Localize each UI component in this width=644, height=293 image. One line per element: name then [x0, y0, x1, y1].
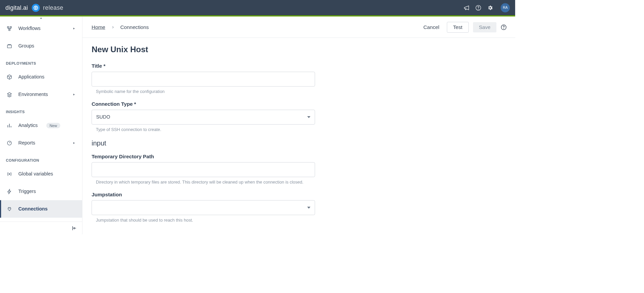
collapse-sidebar-button[interactable]: [0, 222, 82, 234]
plug-icon: [6, 206, 12, 212]
save-button[interactable]: Save: [473, 22, 496, 32]
svg-rect-4: [10, 26, 11, 28]
tmp-dir-input[interactable]: [92, 162, 315, 177]
gauge-icon: [6, 140, 12, 146]
main-content: Home Connections Cancel Test Save: [82, 17, 515, 234]
test-button[interactable]: Test: [447, 22, 469, 33]
chevron-right-icon: [111, 26, 114, 29]
sidebar-item-triggers[interactable]: Triggers: [0, 183, 82, 200]
toolbar-actions: Cancel Test Save: [420, 22, 507, 33]
svg-point-2: [478, 9, 478, 9]
caret-down-icon: [307, 116, 311, 118]
sidebar-item-applications[interactable]: Applications: [0, 68, 82, 86]
sidebar-item-environments[interactable]: Environments: [0, 86, 82, 103]
sidebar-section-configuration: CONFIGURATION: [0, 152, 82, 165]
caret-down-icon: [307, 207, 311, 209]
sidebar-section-deployments: DEPLOYMENTS: [0, 55, 82, 68]
sidebar-label: Global variables: [18, 171, 53, 177]
connection-type-hint: Type of SSH connection to create.: [92, 127, 315, 133]
folder-icon: [6, 43, 12, 49]
bolt-icon: [6, 189, 12, 195]
help-icon[interactable]: [475, 5, 481, 11]
connection-type-label: Connection Type *: [92, 101, 400, 107]
variable-icon: [6, 171, 12, 177]
sidebar-label: Connections: [18, 206, 47, 212]
section-input: input: [92, 139, 400, 147]
svg-rect-6: [7, 45, 11, 48]
chevron-right-icon: [72, 141, 76, 145]
svg-point-9: [503, 28, 504, 29]
product-text: release: [43, 4, 64, 11]
product-icon: [32, 4, 40, 12]
scroll-up-arrow[interactable]: ▲: [0, 17, 82, 20]
tmp-dir-hint: Directory in which temporary files are s…: [92, 179, 315, 185]
header-actions: RA: [464, 3, 510, 12]
sidebar-item-workflows[interactable]: Workflows: [0, 20, 82, 37]
toolbar: Home Connections Cancel Test Save: [82, 17, 515, 38]
app-header: digital.ai release RA: [0, 0, 515, 17]
title-label: Title *: [92, 63, 400, 69]
sidebar: ▲ Workflows Groups DEPLOYMENTS: [0, 17, 82, 234]
layers-icon: [6, 92, 12, 98]
jumpstation-select[interactable]: [92, 200, 315, 215]
title-input[interactable]: [92, 72, 315, 87]
chevron-right-icon: [72, 93, 76, 96]
page-title: New Unix Host: [92, 45, 400, 54]
sidebar-section-insights: INSIGHTS: [0, 103, 82, 117]
breadcrumb-home[interactable]: Home: [92, 24, 105, 30]
workflow-icon: [6, 26, 12, 32]
title-hint: Symbolic name for the configuration: [92, 89, 315, 95]
announcement-icon[interactable]: [464, 5, 470, 11]
new-badge: New: [46, 123, 61, 128]
sidebar-label: Workflows: [18, 26, 40, 31]
jumpstation-label: Jumpstation: [92, 192, 400, 198]
sidebar-label: Applications: [18, 74, 44, 80]
sidebar-item-connections[interactable]: Connections: [0, 200, 82, 218]
sidebar-label: Environments: [18, 92, 48, 97]
brand-text: digital.ai: [5, 4, 28, 11]
connection-type-value: SUDO: [96, 115, 110, 120]
logo[interactable]: digital.ai release: [5, 4, 63, 12]
sidebar-item-analytics[interactable]: Analytics New: [0, 117, 82, 134]
sidebar-item-global-variables[interactable]: Global variables: [0, 165, 82, 183]
chevron-right-icon: [72, 27, 76, 30]
sidebar-label: Triggers: [18, 189, 36, 194]
breadcrumb: Home Connections: [92, 24, 149, 30]
cancel-button[interactable]: Cancel: [420, 22, 443, 32]
svg-rect-5: [9, 29, 10, 30]
connection-type-select[interactable]: SUDO: [92, 110, 315, 125]
user-avatar[interactable]: RA: [501, 3, 510, 12]
cube-icon: [6, 74, 12, 80]
breadcrumb-current: Connections: [120, 24, 149, 30]
jumpstation-hint: Jumpstation that should be used to reach…: [92, 217, 315, 223]
bar-chart-icon: [6, 123, 12, 129]
sidebar-label: Reports: [18, 140, 35, 146]
help-icon[interactable]: [501, 24, 507, 30]
sidebar-item-groups[interactable]: Groups: [0, 37, 82, 55]
sidebar-item-reports[interactable]: Reports: [0, 134, 82, 152]
sidebar-label: Analytics: [18, 123, 38, 128]
sidebar-label: Groups: [18, 43, 34, 49]
svg-rect-3: [7, 26, 9, 28]
tmp-dir-label: Temporary Directory Path: [92, 154, 400, 160]
gear-icon[interactable]: [487, 5, 493, 11]
